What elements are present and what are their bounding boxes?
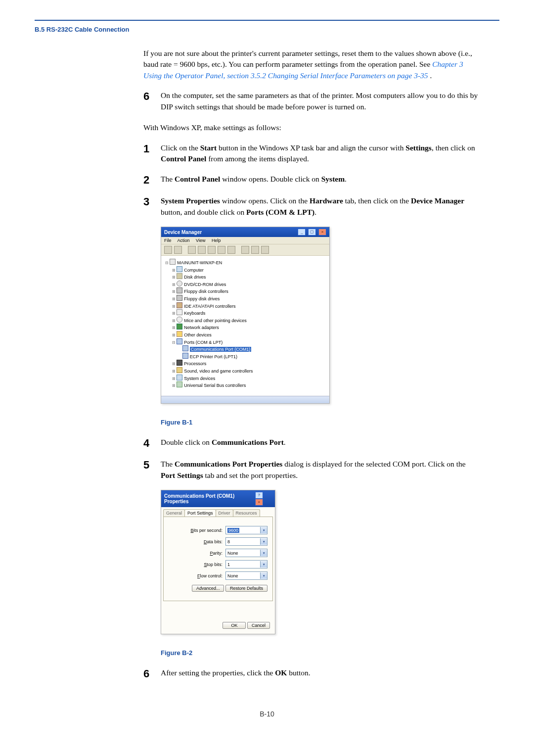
toolbar-icon[interactable]: [174, 246, 182, 254]
titlebar: Communications Port (COM1) Properties ? …: [161, 490, 275, 507]
tree-mouse[interactable]: Mice and other pointing devices: [172, 317, 326, 324]
maximize-button[interactable]: ▢: [308, 229, 316, 236]
text: Click on the: [161, 143, 200, 152]
bold: Settings: [405, 143, 432, 152]
chevron-down-icon: ▾: [260, 561, 267, 567]
cd-icon: [177, 281, 182, 286]
titlebar: Device Manager _ ▢ ×: [161, 227, 329, 237]
usb-icon: [177, 381, 182, 387]
tree-cd[interactable]: DVD/CD-ROM drives: [172, 281, 326, 288]
label-parity: Parity:: [210, 551, 222, 556]
separator: [184, 246, 186, 254]
tree-cpu[interactable]: Processors: [172, 360, 326, 367]
tree-floppy[interactable]: Floppy disk drives: [172, 295, 326, 302]
toolbar-icon[interactable]: [218, 246, 225, 254]
select-flow[interactable]: None▾: [225, 571, 267, 580]
select-stop-bits[interactable]: 1▾: [225, 560, 267, 568]
tree-disk[interactable]: Disk drives: [172, 273, 326, 281]
tab-driver[interactable]: Driver: [216, 509, 233, 517]
tab-port-settings[interactable]: Port Settings: [184, 509, 216, 517]
cancel-button[interactable]: Cancel: [247, 622, 270, 629]
figure-b1-caption: Figure B-1: [161, 419, 480, 426]
top-rule: [35, 20, 499, 21]
tree-usb[interactable]: Universal Serial Bus controllers: [172, 381, 326, 389]
text: The: [161, 460, 175, 468]
toolbar-icon[interactable]: [241, 246, 249, 254]
toolbar-icon[interactable]: [188, 246, 196, 254]
button-row-outer: OK Cancel: [163, 601, 273, 632]
help-button[interactable]: ?: [255, 492, 263, 499]
tree-label: ECP Printer Port (LPT1): [190, 354, 237, 359]
tab-resources[interactable]: Resources: [233, 509, 260, 517]
toolbar-icon[interactable]: [208, 246, 216, 254]
bold: Ports (COM & LPT): [246, 208, 314, 216]
text: window opens. Double click on: [220, 175, 321, 183]
tree-root[interactable]: MAINUNIT-WINXP-EN Computer Disk drives D…: [165, 259, 326, 389]
tree-other[interactable]: Other devices: [172, 331, 326, 338]
xp-step-4: 4 Double click on Communications Port.: [143, 437, 480, 450]
chevron-down-icon: ▾: [260, 538, 267, 545]
menu-view[interactable]: View: [196, 238, 205, 243]
monitor-icon: [177, 266, 182, 272]
xp-step-1: 1 Click on the Start button in the Windo…: [143, 142, 480, 165]
text: Double click on: [161, 438, 212, 446]
text: The: [161, 175, 175, 183]
advanced-button[interactable]: Advanced...: [192, 585, 224, 592]
sound-icon: [177, 367, 182, 373]
tree-network[interactable]: Network adapters: [172, 324, 326, 331]
label-data-bits: Data bits:: [204, 539, 222, 544]
floppy-icon: [177, 295, 182, 301]
port-icon: [182, 345, 188, 351]
tree-floppy-ctl[interactable]: Floppy disk controllers: [172, 287, 326, 295]
mouse-icon: [177, 317, 182, 323]
toolbar-icon[interactable]: [227, 246, 235, 254]
tree-ports[interactable]: Ports (COM & LPT) Communications Port (C…: [172, 338, 326, 360]
toolbar-icon[interactable]: [251, 246, 259, 254]
ok-button[interactable]: OK: [222, 622, 246, 629]
menu-file[interactable]: File: [164, 238, 172, 243]
intro-paragraph: If you are not sure about the printer's …: [143, 48, 480, 81]
tree-label: Other devices: [184, 332, 212, 337]
tree-computer[interactable]: Computer: [172, 266, 326, 274]
tree-system[interactable]: System devices: [172, 375, 326, 382]
close-button[interactable]: ×: [255, 499, 263, 506]
label-stop-bits: Stop bits:: [204, 562, 222, 567]
tree-com1[interactable]: Communications Port (COM1): [179, 345, 326, 353]
step-body: After setting the properties, click the …: [161, 667, 480, 678]
menu-action[interactable]: Action: [178, 238, 190, 243]
tree-label-selected: Communications Port (COM1): [190, 347, 252, 352]
window-title: Device Manager: [164, 230, 202, 235]
xp-step-2: 2 The Control Panel window opens. Double…: [143, 174, 480, 187]
toolbar-icon[interactable]: [261, 246, 269, 254]
bold: Communications Port Properties: [175, 460, 282, 468]
select-data-bits[interactable]: 8▾: [225, 537, 267, 546]
tree-lpt1[interactable]: ECP Printer Port (LPT1): [179, 353, 326, 360]
menu-help[interactable]: Help: [212, 238, 221, 243]
text: .: [284, 438, 286, 446]
pre-step-list: 6 On the computer, set the same paramete…: [143, 90, 480, 112]
bold: System Properties: [161, 196, 220, 205]
select-parity[interactable]: None▾: [225, 549, 267, 557]
close-button[interactable]: ×: [318, 229, 326, 236]
tab-general[interactable]: General: [163, 509, 185, 517]
toolbar-icon[interactable]: [164, 246, 172, 254]
select-bps[interactable]: 9600▾: [225, 526, 267, 534]
bold: Port Settings: [161, 471, 203, 479]
minimize-button[interactable]: _: [298, 229, 306, 236]
window-buttons: _ ▢ ×: [297, 229, 326, 236]
select-value: 8: [227, 539, 230, 544]
restore-defaults-button[interactable]: Restore Defaults: [225, 585, 267, 592]
step-body: Double click on Communications Port.: [161, 437, 480, 448]
toolbar-icon[interactable]: [198, 246, 206, 254]
tree-sound[interactable]: Sound, video and game controllers: [172, 367, 326, 375]
text: button.: [287, 668, 310, 677]
tree-label: Processors: [184, 361, 206, 366]
bold: Start: [200, 143, 217, 152]
step-body: The Communications Port Properties dialo…: [161, 459, 480, 481]
tabstrip: General Port Settings Driver Resources: [163, 509, 273, 517]
statusbar: [161, 396, 329, 403]
tree-ide[interactable]: IDE ATA/ATAPI controllers: [172, 302, 326, 310]
tree-keyboard[interactable]: Keyboards: [172, 309, 326, 317]
window-buttons: ? ×: [254, 492, 272, 506]
step-body: The Control Panel window opens. Double c…: [161, 174, 480, 185]
